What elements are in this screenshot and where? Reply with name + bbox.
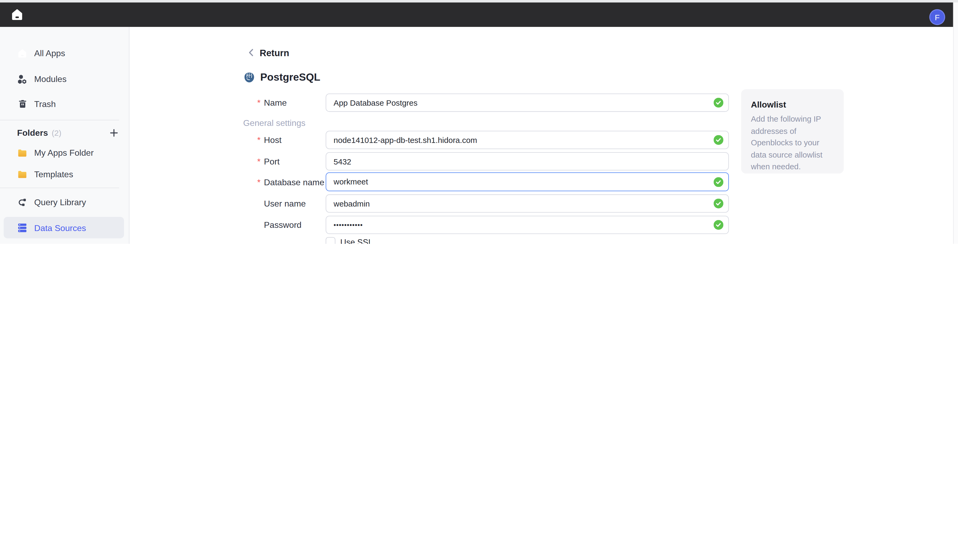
use-ssl-label: Use SSL: [340, 237, 373, 244]
form-row-host: * Host: [257, 131, 729, 149]
field-label: * Name: [257, 98, 326, 108]
home-icon: [17, 48, 27, 58]
add-folder-button[interactable]: [108, 127, 120, 139]
required-asterisk: *: [257, 157, 264, 167]
home-button[interactable]: [10, 8, 24, 22]
general-settings-section-label: General settings: [243, 118, 306, 128]
folders-count: (2): [52, 128, 61, 137]
name-input[interactable]: [326, 94, 729, 112]
query-library-icon: [17, 197, 27, 207]
form-row-port: * Port: [257, 152, 729, 171]
form-row-database-name: * Database name: [257, 172, 729, 191]
folder-icon: [17, 148, 27, 158]
sidebar: All Apps Modules Trash: [0, 27, 130, 244]
required-asterisk: *: [257, 98, 264, 108]
form-row-user-name: * User name: [257, 194, 729, 213]
top-bar: F: [0, 2, 958, 27]
folders-header: Folders (2): [17, 125, 120, 141]
use-ssl-checkbox[interactable]: [326, 237, 336, 244]
valid-check-icon: [714, 98, 723, 108]
modules-icon: [17, 74, 27, 84]
sidebar-item-label: Query Library: [34, 197, 86, 207]
sidebar-item-my-apps-folder[interactable]: My Apps Folder: [0, 143, 130, 163]
folder-icon: [17, 169, 27, 179]
field-label: * Password: [257, 220, 326, 230]
home-icon: [10, 8, 24, 22]
sidebar-divider: [0, 188, 119, 188]
return-label: Return: [260, 48, 289, 58]
sidebar-item-label: Data Sources: [34, 223, 86, 233]
sidebar-item-label: Modules: [34, 74, 67, 84]
data-sources-icon: [17, 222, 27, 233]
required-asterisk: *: [257, 177, 264, 187]
plus-icon: [109, 128, 118, 137]
allowlist-body: Add the following IP addresses of Openbl…: [751, 113, 834, 173]
use-ssl-row: Use SSL: [326, 237, 373, 244]
field-label: * User name: [257, 198, 326, 208]
sidebar-item-label: Trash: [34, 99, 56, 109]
datasource-title-row: PostgreSQL: [243, 70, 320, 86]
password-input[interactable]: [326, 216, 729, 234]
sidebar-item-query-library[interactable]: Query Library: [0, 192, 130, 213]
allowlist-card: Allowlist Add the following IP addresses…: [741, 89, 844, 173]
sidebar-item-label: Templates: [34, 169, 73, 179]
form-row-name: * Name: [257, 94, 729, 112]
port-input[interactable]: [326, 152, 729, 171]
sidebar-item-data-sources[interactable]: Data Sources: [4, 217, 124, 238]
sidebar-item-trash[interactable]: Trash: [0, 94, 130, 114]
valid-check-icon: [714, 135, 723, 145]
sidebar-item-templates[interactable]: Templates: [0, 164, 130, 184]
folders-title: Folders: [17, 128, 48, 138]
trash-icon: [17, 99, 27, 109]
user-name-input[interactable]: [326, 194, 729, 213]
avatar-initial: F: [935, 13, 940, 22]
database-name-input[interactable]: [326, 172, 729, 191]
form-row-password: * Password: [257, 216, 729, 234]
postgresql-logo-icon: [243, 71, 255, 84]
chevron-left-icon: [247, 48, 255, 57]
main-content: Return PostgreSQL * Name: [130, 27, 954, 244]
window-top-strip: [0, 0, 958, 2]
return-link[interactable]: Return: [247, 45, 289, 60]
valid-check-icon: [714, 220, 723, 230]
required-asterisk: *: [257, 135, 264, 145]
sidebar-item-label: My Apps Folder: [34, 148, 94, 158]
sidebar-item-modules[interactable]: Modules: [0, 68, 130, 89]
sidebar-divider: [0, 120, 119, 120]
valid-check-icon: [714, 177, 723, 187]
sidebar-item-settings[interactable]: Settings: [0, 243, 130, 244]
field-label: * Host: [257, 135, 326, 145]
sidebar-item-all-apps[interactable]: All Apps: [0, 43, 130, 63]
sidebar-item-label: All Apps: [34, 48, 65, 58]
field-label: * Database name: [257, 177, 326, 187]
valid-check-icon: [714, 198, 723, 208]
host-input[interactable]: [326, 131, 729, 149]
page-scrollbar[interactable]: [953, 0, 958, 244]
field-label: * Port: [257, 157, 326, 167]
avatar[interactable]: F: [929, 9, 945, 25]
app-window: F All Apps Modules: [0, 0, 958, 244]
page-title: PostgreSQL: [260, 71, 320, 84]
allowlist-title: Allowlist: [751, 100, 834, 109]
